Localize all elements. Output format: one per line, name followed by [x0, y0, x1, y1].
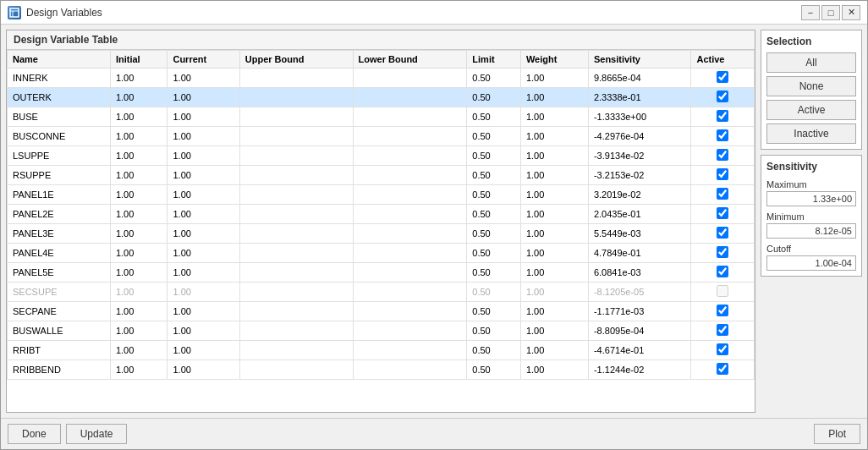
active-checkbox-cell[interactable] — [691, 360, 755, 380]
close-button[interactable]: ✕ — [842, 5, 860, 20]
table-cell: 1.00 — [520, 205, 588, 224]
active-checkbox[interactable] — [717, 266, 728, 277]
table-container[interactable]: Name Initial Current Upper Bound Lower B… — [7, 50, 755, 412]
table-row[interactable]: INNERK1.001.000.501.009.8665e-04 — [8, 69, 755, 88]
col-upper-bound: Upper Bound — [239, 51, 353, 69]
active-checkbox[interactable] — [717, 363, 728, 375]
table-cell: INNERK — [8, 69, 111, 88]
active-checkbox-cell[interactable] — [691, 244, 755, 263]
table-row[interactable]: PANEL2E1.001.000.501.002.0435e-01 — [8, 205, 755, 224]
active-checkbox[interactable] — [717, 207, 728, 219]
active-checkbox[interactable] — [717, 343, 728, 355]
cutoff-field: Cutoff — [766, 244, 856, 271]
content-area: Design Variable Table Name Initial Curre… — [1, 25, 867, 418]
design-variable-table: Name Initial Current Upper Bound Lower B… — [7, 50, 755, 380]
table-cell — [239, 283, 353, 302]
active-checkbox[interactable] — [717, 305, 728, 316]
active-checkbox-cell[interactable] — [691, 263, 755, 283]
table-cell: -1.1771e-03 — [588, 302, 691, 321]
table-cell: SECPANE — [8, 302, 111, 321]
active-checkbox[interactable] — [717, 227, 728, 239]
active-checkbox-cell[interactable] — [691, 185, 755, 205]
table-cell — [353, 127, 467, 146]
plot-button[interactable]: Plot — [814, 424, 860, 444]
active-checkbox[interactable] — [717, 149, 728, 161]
active-checkbox-cell[interactable] — [691, 69, 755, 88]
active-checkbox-cell[interactable] — [691, 302, 755, 321]
active-checkbox[interactable] — [717, 91, 728, 102]
table-row[interactable]: RRIBBEND1.001.000.501.00-1.1244e-02 — [8, 360, 755, 380]
table-cell — [239, 263, 353, 283]
table-cell: 0.50 — [467, 283, 521, 302]
active-checkbox-cell[interactable] — [691, 283, 755, 302]
table-row[interactable]: LSUPPE1.001.000.501.00-3.9134e-02 — [8, 146, 755, 166]
table-cell: BUSWALLE — [8, 321, 111, 341]
active-checkbox-cell[interactable] — [691, 166, 755, 185]
table-row[interactable]: PANEL5E1.001.000.501.006.0841e-03 — [8, 263, 755, 283]
select-none-button[interactable]: None — [766, 76, 856, 96]
active-checkbox[interactable] — [717, 246, 728, 258]
table-cell: PANEL2E — [8, 205, 111, 224]
table-cell: 0.50 — [467, 107, 521, 127]
active-checkbox-cell[interactable] — [691, 321, 755, 341]
table-cell — [239, 321, 353, 341]
table-row[interactable]: PANEL1E1.001.000.501.003.2019e-02 — [8, 185, 755, 205]
active-checkbox-cell[interactable] — [691, 205, 755, 224]
select-all-button[interactable]: All — [766, 52, 856, 73]
active-checkbox[interactable] — [717, 324, 728, 336]
active-checkbox-cell[interactable] — [691, 107, 755, 127]
table-cell: 1.00 — [168, 166, 239, 185]
active-checkbox-cell[interactable] — [691, 224, 755, 244]
table-cell: 1.00 — [520, 166, 588, 185]
active-checkbox[interactable] — [717, 110, 728, 122]
table-cell: -4.2976e-04 — [588, 127, 691, 146]
minimize-button[interactable]: − — [801, 5, 820, 20]
active-checkbox[interactable] — [717, 188, 728, 200]
table-row[interactable]: OUTERK1.001.000.501.002.3338e-01 — [8, 88, 755, 107]
cutoff-input[interactable] — [766, 255, 856, 271]
table-cell: -4.6714e-01 — [588, 341, 691, 360]
active-checkbox[interactable] — [717, 129, 728, 141]
active-checkbox[interactable] — [717, 71, 728, 83]
active-checkbox[interactable] — [717, 168, 728, 180]
table-cell: 1.00 — [110, 360, 168, 380]
table-wrapper: Name Initial Current Upper Bound Lower B… — [7, 50, 755, 412]
table-row[interactable]: BUSWALLE1.001.000.501.00-8.8095e-04 — [8, 321, 755, 341]
table-row[interactable]: RSUPPE1.001.000.501.00-3.2153e-02 — [8, 166, 755, 185]
table-cell: 1.00 — [110, 341, 168, 360]
svg-rect-0 — [10, 8, 19, 17]
select-inactive-button[interactable]: Inactive — [766, 123, 856, 144]
table-row[interactable]: SECSUPE1.001.000.501.00-8.1205e-05 — [8, 283, 755, 302]
table-cell — [353, 244, 467, 263]
active-checkbox-cell[interactable] — [691, 88, 755, 107]
update-button[interactable]: Update — [66, 424, 128, 444]
table-cell — [239, 107, 353, 127]
maximize-button[interactable]: □ — [821, 5, 840, 20]
table-cell — [239, 341, 353, 360]
table-cell: 1.00 — [110, 224, 168, 244]
active-checkbox-cell[interactable] — [691, 146, 755, 166]
table-row[interactable]: BUSE1.001.000.501.00-1.3333e+00 — [8, 107, 755, 127]
table-row[interactable]: SECPANE1.001.000.501.00-1.1771e-03 — [8, 302, 755, 321]
table-cell — [353, 224, 467, 244]
table-row[interactable]: BUSCONNE1.001.000.501.00-4.2976e-04 — [8, 127, 755, 146]
table-cell — [239, 146, 353, 166]
done-button[interactable]: Done — [8, 424, 61, 444]
table-row[interactable]: PANEL3E1.001.000.501.005.5449e-03 — [8, 224, 755, 244]
table-row[interactable]: RRIBT1.001.000.501.00-4.6714e-01 — [8, 341, 755, 360]
table-cell: 0.50 — [467, 224, 521, 244]
select-active-button[interactable]: Active — [766, 100, 856, 120]
active-checkbox-cell[interactable] — [691, 341, 755, 360]
table-cell: 1.00 — [110, 166, 168, 185]
table-row[interactable]: PANEL4E1.001.000.501.004.7849e-01 — [8, 244, 755, 263]
max-field: Maximum 1.33e+00 — [766, 179, 856, 206]
design-variable-panel: Design Variable Table Name Initial Curre… — [6, 30, 755, 413]
table-cell — [353, 107, 467, 127]
table-cell — [353, 166, 467, 185]
table-cell: PANEL4E — [8, 244, 111, 263]
table-cell: 0.50 — [467, 302, 521, 321]
active-checkbox-cell[interactable] — [691, 127, 755, 146]
active-checkbox[interactable] — [717, 285, 728, 297]
table-cell: 6.0841e-03 — [588, 263, 691, 283]
col-sensitivity: Sensitivity — [588, 51, 691, 69]
